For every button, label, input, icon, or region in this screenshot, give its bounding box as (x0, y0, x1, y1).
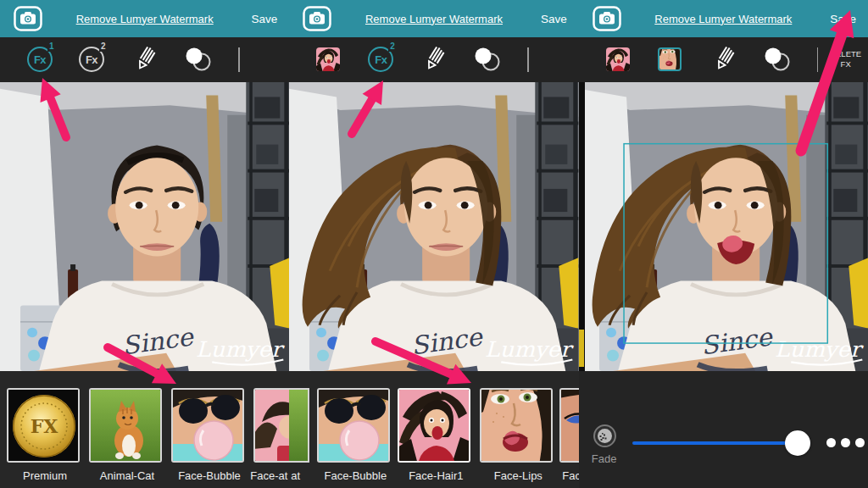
filter-label-face-at: Face-at (250, 469, 287, 482)
filter-filmstrip-2: at Face-Bubble Face-Hair1 Face-Lips Fac (289, 371, 578, 488)
lumyer-tutorial-composite: Remove Lumyer Watermark Save Fx 1 Fx 2 (0, 0, 868, 488)
filter-face-lips[interactable]: Face-Lips (480, 388, 556, 482)
fade-slider-knob[interactable] (785, 430, 810, 456)
filter-filmstrip-1: Premium Animal-Cat Face-Bubble Face-at (0, 371, 289, 488)
filter-animal-cat-partial[interactable] (289, 388, 309, 463)
toolbar-divider (527, 47, 529, 72)
filter-face-bubble[interactable]: Face-Bubble (317, 388, 393, 482)
blend-circles-icon[interactable] (472, 47, 503, 72)
toolbar-divider (817, 47, 819, 72)
fade-label: Fade (579, 452, 630, 465)
effects-toolbar: Fx 1 Fx 2 (0, 37, 289, 82)
filter-label: Face-Lips (480, 469, 556, 482)
blend-circles-icon[interactable] (183, 47, 214, 72)
save-button[interactable]: Save (252, 0, 278, 37)
filter-animal-cat[interactable]: Animal-Cat (89, 388, 165, 482)
pencil-draw-icon[interactable] (713, 47, 737, 74)
screenshot-panel-1: Remove Lumyer Watermark Save Fx 1 Fx 2 (0, 0, 289, 488)
toolbar-divider (238, 47, 240, 72)
fx2-label: Fx (86, 53, 97, 66)
top-bar: Remove Lumyer Watermark Save (0, 0, 289, 37)
screenshot-panel-2: Remove Lumyer Watermark Save Fx 2 (289, 0, 578, 488)
fx2-superscript: 2 (388, 42, 396, 52)
filter-face-hair1[interactable]: Face-Hair1 (398, 388, 474, 482)
selfie-with-hair-and-lips-effect (579, 82, 868, 371)
applied-effect-slot1-face-hair1[interactable] (606, 47, 630, 71)
fade-slider-track[interactable] (632, 441, 810, 445)
fade-icon[interactable] (593, 424, 616, 447)
effects-toolbar: DELETE FX (579, 37, 868, 82)
selfie-with-hair-effect (289, 82, 578, 371)
save-button[interactable]: Save (541, 0, 567, 37)
filter-label: Premium (7, 469, 83, 482)
fx1-superscript: 1 (47, 42, 55, 52)
filter-label-partial: Fac (562, 469, 578, 482)
filter-label: Face-Bubble (171, 469, 248, 482)
filter-label: Animal-Cat (89, 469, 165, 482)
fx1-tool-button[interactable]: Fx 1 (27, 47, 53, 72)
selfie-original (0, 82, 289, 371)
fx2-superscript: 2 (99, 42, 107, 52)
photo-preview-2[interactable] (289, 82, 578, 371)
save-button[interactable]: Save (830, 0, 856, 37)
filter-label-partial: at (291, 469, 300, 482)
remove-watermark-link[interactable]: Remove Lumyer Watermark (0, 13, 289, 25)
fx1-label: Fx (34, 53, 46, 66)
effects-toolbar: Fx 2 (289, 37, 578, 82)
filter-label: Face-Bubble (317, 469, 393, 482)
filter-next-partial[interactable] (559, 388, 578, 463)
top-bar: Remove Lumyer Watermark Save (579, 0, 868, 37)
filter-face-at[interactable] (253, 388, 289, 463)
remove-watermark-link[interactable]: Remove Lumyer Watermark (579, 13, 868, 25)
fx2-tool-button[interactable]: Fx 2 (368, 47, 393, 72)
fx2-tool-button[interactable]: Fx 2 (79, 47, 104, 72)
photo-preview-1[interactable] (0, 82, 289, 371)
filter-face-bubble[interactable]: Face-Bubble (171, 388, 248, 482)
filter-label: Face-Hair1 (398, 469, 474, 482)
more-options-dots-icon[interactable] (826, 438, 865, 447)
fade-adjust-panel: Fade (579, 371, 868, 488)
filter-premium[interactable]: Premium (7, 388, 83, 482)
photo-preview-3[interactable] (579, 82, 868, 371)
pencil-draw-icon[interactable] (423, 47, 447, 74)
screenshot-panel-3: Remove Lumyer Watermark Save DELETE FX (579, 0, 868, 488)
top-bar: Remove Lumyer Watermark Save (289, 0, 578, 37)
photo-edge-black-strip (579, 82, 585, 371)
delete-fx-button[interactable]: DELETE FX (827, 49, 865, 69)
photo-edge-yellow-sliver (579, 330, 584, 367)
applied-effect-slot2-face-lips-selected[interactable] (658, 47, 682, 71)
blend-circles-icon[interactable] (762, 47, 793, 72)
applied-effect-slot1-face-hair1[interactable] (316, 47, 340, 71)
remove-watermark-link[interactable]: Remove Lumyer Watermark (289, 13, 578, 25)
fx2-label: Fx (375, 53, 387, 66)
pencil-draw-icon[interactable] (134, 47, 158, 74)
